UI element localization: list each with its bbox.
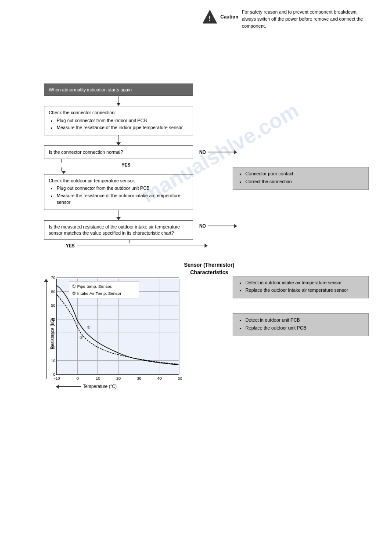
x-axis-arrowhead xyxy=(56,385,59,389)
box1-title: Check the connector connection: xyxy=(49,109,188,116)
ytick-30: 30 xyxy=(51,331,55,335)
outcome1-container: Connector poor contact Correct the conne… xyxy=(233,167,378,190)
arrow-connector-1 xyxy=(119,96,119,103)
ytick-60: 60 xyxy=(51,290,55,294)
legend-item1: ① Pipe temp. Sensor. xyxy=(72,283,136,290)
outcome1-list: Connector poor contact Correct the conne… xyxy=(237,170,364,185)
arrow-tip-1 xyxy=(116,103,121,106)
box2-list: Plug out connector from the outdoor unit… xyxy=(49,185,188,205)
grid-v-50: 50 xyxy=(180,279,180,374)
yes-label-1-row: YES xyxy=(122,163,133,167)
page: manualshlve.com ! Caution For safety rea… xyxy=(0,0,392,402)
y-axis-container xyxy=(44,279,48,389)
svg-text:!: ! xyxy=(209,15,211,22)
no-label-1: NO xyxy=(199,150,206,155)
yes2-connector: YES xyxy=(44,240,193,248)
box1: Check the connector connection: Plug out… xyxy=(44,106,193,135)
box2: Check the outdoor air temperature sensor… xyxy=(44,174,193,210)
outcome2-box: Defect in outdoor intake air temperature… xyxy=(233,276,369,299)
ytick-40: 40 xyxy=(51,317,55,322)
diamond1: Is the connector connection normal? xyxy=(44,145,193,159)
arrow-tip-2 xyxy=(116,142,121,145)
yes-arrowhead-1 xyxy=(61,171,66,174)
caution-text: For safety reason and to prevent compone… xyxy=(242,9,369,29)
xtick-40: 40 xyxy=(157,376,162,381)
no-line-2 xyxy=(208,226,234,226)
yes-line-1a xyxy=(61,159,62,163)
diamond2: Is the measured resistance of the outdoo… xyxy=(44,220,193,240)
caution-label: Caution xyxy=(220,14,238,19)
caution-icon: ! xyxy=(202,9,218,25)
xtick-50: 50 xyxy=(178,376,182,381)
legend-item2: ② Intake Air Temp. Sensor xyxy=(72,290,136,297)
outcome3-box: Detect in outdoor unit PCB Replace the o… xyxy=(233,313,369,336)
xtick-30: 30 xyxy=(137,376,141,381)
box1-list: Plug out connector from the indoor unit … xyxy=(49,117,188,131)
xtick-n10: -10 xyxy=(54,376,60,381)
no-arrow-1: NO xyxy=(199,150,237,155)
outcome3-container: Detect in outdoor unit PCB Replace the o… xyxy=(233,313,378,336)
box2-title: Check the outdoor air temperature sensor… xyxy=(49,178,188,184)
ytick-50: 50 xyxy=(51,303,55,308)
curve1-label: ① xyxy=(87,325,91,330)
yes-line-2-h xyxy=(77,246,205,246)
y-axis-arrow xyxy=(44,279,48,282)
ytick-10: 10 xyxy=(51,359,55,363)
xtick-0: 0 xyxy=(76,376,79,381)
yes1-connector: YES xyxy=(44,159,193,174)
main-flow-column: When abnormality indication starts again… xyxy=(44,83,193,248)
right-outcomes: Connector poor contact Correct the conne… xyxy=(233,83,378,336)
yes-label-2: YES xyxy=(66,243,75,248)
box2-item1: Plug out connector from the outdoor unit… xyxy=(57,185,188,192)
ytick-20: 20 xyxy=(51,345,55,349)
outcome1-item1: Connector poor contact xyxy=(245,170,364,178)
yes-arrowhead-2 xyxy=(205,243,208,248)
chart-axes: 0 10 20 30 40 50 60 70 -10 0 10 20 30 40 xyxy=(56,279,179,375)
box1-item2: Measure the resistance of the indoor pip… xyxy=(57,124,188,131)
chart-plot: 0 10 20 30 40 50 60 70 -10 0 10 20 30 40 xyxy=(56,279,179,389)
yes-label-2-row: YES xyxy=(66,243,208,248)
x-axis-label: Temperature (°C) xyxy=(83,384,117,389)
x-axis-line xyxy=(59,386,81,387)
outcome3-list: Detect in outdoor unit PCB Replace the o… xyxy=(237,317,364,332)
start-box: When abnormality indication starts again xyxy=(44,83,193,96)
curve2-label: ② xyxy=(79,335,83,340)
arrow-connector-3 xyxy=(119,210,119,217)
grid-h-70: 70 xyxy=(57,277,179,278)
no-line-1 xyxy=(208,152,234,152)
yes-line-2a xyxy=(129,240,130,243)
yes-label-1: YES xyxy=(122,163,130,167)
curve2-path xyxy=(57,295,179,365)
outcome2-list: Defect in outdoor intake air temperature… xyxy=(237,279,364,294)
flowchart: When abnormality indication starts again… xyxy=(18,83,374,248)
yes-line-1b xyxy=(61,167,62,171)
box2-item2: Measure the resistance of the outdoor in… xyxy=(57,192,188,205)
diamond1-container: Is the connector connection normal? NO xyxy=(44,145,193,159)
outcome2-item2: Replace the outdoor intake air temperatu… xyxy=(245,287,364,294)
outcome1-item2: Correct the connection xyxy=(245,178,364,185)
ytick-70: 70 xyxy=(51,276,55,280)
outcome3-item1: Detect in outdoor unit PCB xyxy=(245,317,364,324)
outcome1-box: Connector poor contact Correct the conne… xyxy=(233,167,369,190)
chart-legend: ① Pipe temp. Sensor. ② Intake Air Temp. … xyxy=(69,281,139,298)
x-axis-container: Temperature (°C) xyxy=(56,384,179,389)
no-label-2: NO xyxy=(199,224,206,229)
diamond2-container: Is the measured resistance of the outdoo… xyxy=(44,220,193,240)
no-arrow-2: NO xyxy=(199,224,237,229)
outcome2-item1: Defect in outdoor intake air temperature… xyxy=(245,279,364,287)
xtick-10: 10 xyxy=(96,376,100,381)
y-axis-line xyxy=(46,282,47,379)
outcome2-container: Defect in outdoor intake air temperature… xyxy=(233,276,378,299)
box1-item1: Plug out connector from the indoor unit … xyxy=(57,117,188,124)
xtick-20: 20 xyxy=(116,376,121,381)
outcome3-item2: Replace the outdoor unit PCB xyxy=(245,325,364,332)
arrow-connector-2 xyxy=(119,135,119,142)
arrow-tip-3 xyxy=(116,217,121,220)
caution-area: ! Caution For safety reason and to preve… xyxy=(202,9,369,29)
